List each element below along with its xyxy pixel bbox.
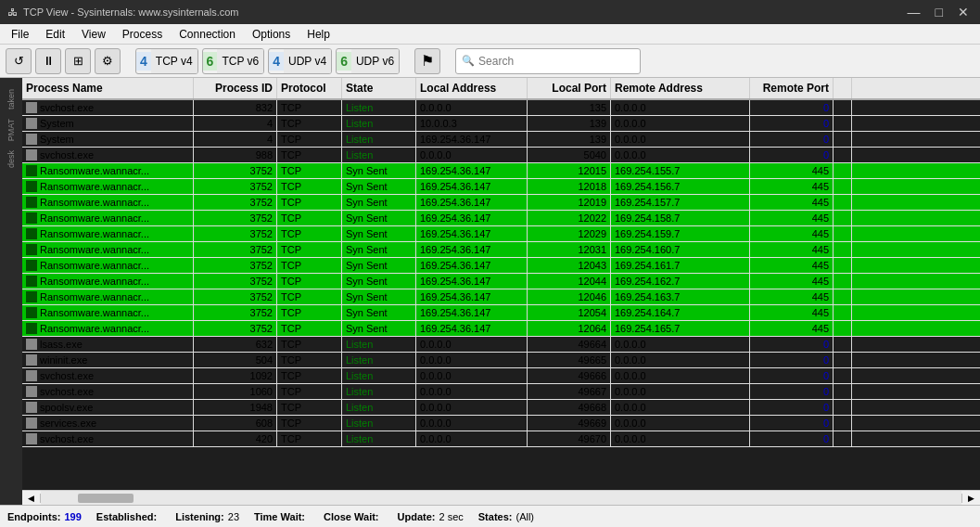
process-icon bbox=[26, 149, 37, 161]
refresh-button[interactable]: ↺ bbox=[6, 48, 32, 74]
cell-state: Listen bbox=[342, 431, 416, 446]
cell-state: Listen bbox=[342, 400, 416, 415]
menu-file[interactable]: File bbox=[4, 26, 36, 43]
cell-pid: 3752 bbox=[194, 179, 277, 194]
table-row[interactable]: Ransomware.wannacr... 3752 TCP Syn Sent … bbox=[22, 242, 980, 258]
cell-spacer bbox=[834, 353, 852, 367]
established-label: Established: bbox=[96, 511, 157, 522]
menu-process[interactable]: Process bbox=[115, 26, 170, 43]
col-local-port[interactable]: Local Port bbox=[528, 78, 611, 98]
process-icon bbox=[26, 134, 37, 145]
table-row[interactable]: svchost.exe 832 TCP Listen 0.0.0.0 135 0… bbox=[22, 100, 980, 116]
menu-options[interactable]: Options bbox=[245, 26, 298, 43]
table-row[interactable]: svchost.exe 1060 TCP Listen 0.0.0.0 4966… bbox=[22, 384, 980, 400]
cell-state: Listen bbox=[342, 100, 416, 115]
cell-local-port: 5040 bbox=[528, 148, 611, 162]
menu-connection[interactable]: Connection bbox=[172, 26, 243, 43]
table-row[interactable]: Ransomware.wannacr... 3752 TCP Syn Sent … bbox=[22, 195, 980, 211]
flag-button[interactable]: ⚑ bbox=[414, 48, 440, 74]
cell-pid: 4 bbox=[194, 132, 277, 147]
pause-button[interactable]: ⏸ bbox=[35, 48, 61, 74]
cell-state: Listen bbox=[342, 132, 416, 147]
table-row[interactable]: svchost.exe 420 TCP Listen 0.0.0.0 49670… bbox=[22, 431, 980, 447]
udpv6-filter[interactable]: 6 UDP v6 bbox=[336, 48, 400, 74]
cell-local-port: 135 bbox=[528, 100, 611, 115]
table-row[interactable]: Ransomware.wannacr... 3752 TCP Syn Sent … bbox=[22, 305, 980, 321]
sidebar-label3: desk bbox=[6, 150, 16, 168]
cell-proto: TCP bbox=[277, 226, 342, 241]
table-body[interactable]: svchost.exe 832 TCP Listen 0.0.0.0 135 0… bbox=[22, 100, 980, 490]
col-protocol[interactable]: Protocol bbox=[277, 78, 342, 98]
status-timewait: Time Wait: bbox=[254, 511, 309, 522]
table-row[interactable]: System 4 TCP Listen 10.0.0.3 139 0.0.0.0… bbox=[22, 116, 980, 132]
options-button[interactable]: ⊞ bbox=[65, 48, 91, 74]
cell-spacer bbox=[834, 163, 852, 178]
table-row[interactable]: Ransomware.wannacr... 3752 TCP Syn Sent … bbox=[22, 226, 980, 242]
process-name-text: spoolsv.exe bbox=[40, 402, 93, 413]
search-input[interactable] bbox=[478, 55, 634, 68]
cell-process-name: svchost.exe bbox=[22, 368, 194, 383]
table-row[interactable]: Ransomware.wannacr... 3752 TCP Syn Sent … bbox=[22, 163, 980, 179]
process-icon bbox=[26, 197, 37, 208]
cell-spacer bbox=[834, 116, 852, 131]
table-row[interactable]: spoolsv.exe 1948 TCP Listen 0.0.0.0 4966… bbox=[22, 400, 980, 416]
table-row[interactable]: Ransomware.wannacr... 3752 TCP Syn Sent … bbox=[22, 258, 980, 274]
scroll-left-btn[interactable]: ◀ bbox=[22, 494, 41, 503]
search-box[interactable]: 🔍 bbox=[455, 48, 641, 74]
table-row[interactable]: Ransomware.wannacr... 3752 TCP Syn Sent … bbox=[22, 289, 980, 305]
table-row[interactable]: Ransomware.wannacr... 3752 TCP Syn Sent … bbox=[22, 321, 980, 337]
process-name-text: Ransomware.wannacr... bbox=[40, 228, 149, 239]
table-row[interactable]: services.exe 608 TCP Listen 0.0.0.0 4966… bbox=[22, 416, 980, 431]
cell-remote-port: 0 bbox=[750, 148, 834, 162]
col-process-id[interactable]: Process ID bbox=[194, 78, 277, 98]
tcpv6-filter[interactable]: 6 TCP v6 bbox=[202, 48, 265, 74]
scroll-right-btn[interactable]: ▶ bbox=[961, 494, 980, 503]
table-row[interactable]: System 4 TCP Listen 169.254.36.147 139 0… bbox=[22, 132, 980, 148]
cell-remote-addr: 0.0.0.0 bbox=[611, 353, 750, 367]
close-button[interactable]: ✕ bbox=[954, 5, 973, 19]
menu-edit[interactable]: Edit bbox=[38, 26, 72, 43]
tcpv4-filter[interactable]: 4 TCP v4 bbox=[135, 48, 198, 74]
scroll-track[interactable] bbox=[41, 491, 961, 505]
settings-button[interactable]: ⚙ bbox=[95, 48, 121, 74]
tcpv6-num: 6 bbox=[203, 52, 218, 71]
cell-spacer bbox=[834, 384, 852, 399]
cell-state: Listen bbox=[342, 368, 416, 383]
col-local-address[interactable]: Local Address bbox=[416, 78, 528, 98]
process-name-text: svchost.exe bbox=[40, 102, 94, 113]
horizontal-scrollbar[interactable]: ◀ ▶ bbox=[22, 490, 980, 505]
scroll-thumb[interactable] bbox=[78, 494, 134, 503]
cell-proto: TCP bbox=[277, 242, 342, 257]
cell-local-addr: 0.0.0.0 bbox=[416, 148, 528, 162]
process-name-text: Ransomware.wannacr... bbox=[40, 307, 149, 318]
cell-process-name: lsass.exe bbox=[22, 337, 194, 352]
minimize-button[interactable]: — bbox=[904, 5, 924, 19]
table-row[interactable]: svchost.exe 1092 TCP Listen 0.0.0.0 4966… bbox=[22, 368, 980, 384]
process-name-text: System bbox=[40, 134, 74, 145]
cell-spacer bbox=[834, 274, 852, 289]
table-row[interactable]: Ransomware.wannacr... 3752 TCP Syn Sent … bbox=[22, 274, 980, 289]
table-row[interactable]: Ransomware.wannacr... 3752 TCP Syn Sent … bbox=[22, 211, 980, 226]
cell-remote-addr: 169.254.156.7 bbox=[611, 179, 750, 194]
table-row[interactable]: lsass.exe 632 TCP Listen 0.0.0.0 49664 0… bbox=[22, 337, 980, 353]
col-remote-port[interactable]: Remote Port bbox=[750, 78, 834, 98]
title-bar-controls[interactable]: — □ ✕ bbox=[904, 5, 973, 19]
menu-view[interactable]: View bbox=[74, 26, 113, 43]
cell-pid: 3752 bbox=[194, 242, 277, 257]
col-scroll bbox=[834, 78, 852, 98]
col-state[interactable]: State bbox=[342, 78, 416, 98]
table-row[interactable]: Ransomware.wannacr... 3752 TCP Syn Sent … bbox=[22, 179, 980, 195]
cell-proto: TCP bbox=[277, 289, 342, 304]
col-process-name[interactable]: Process Name bbox=[22, 78, 194, 98]
table-row[interactable]: wininit.exe 504 TCP Listen 0.0.0.0 49665… bbox=[22, 353, 980, 368]
maximize-button[interactable]: □ bbox=[932, 5, 947, 19]
menu-help[interactable]: Help bbox=[299, 26, 337, 43]
process-name-text: Ransomware.wannacr... bbox=[40, 291, 149, 302]
process-icon bbox=[26, 307, 37, 318]
cell-local-port: 49668 bbox=[528, 400, 611, 415]
process-name-text: svchost.exe bbox=[40, 386, 94, 397]
udpv4-filter[interactable]: 4 UDP v4 bbox=[268, 48, 332, 74]
col-remote-address[interactable]: Remote Address bbox=[611, 78, 750, 98]
process-icon bbox=[26, 181, 37, 192]
table-row[interactable]: svchost.exe 988 TCP Listen 0.0.0.0 5040 … bbox=[22, 148, 980, 163]
